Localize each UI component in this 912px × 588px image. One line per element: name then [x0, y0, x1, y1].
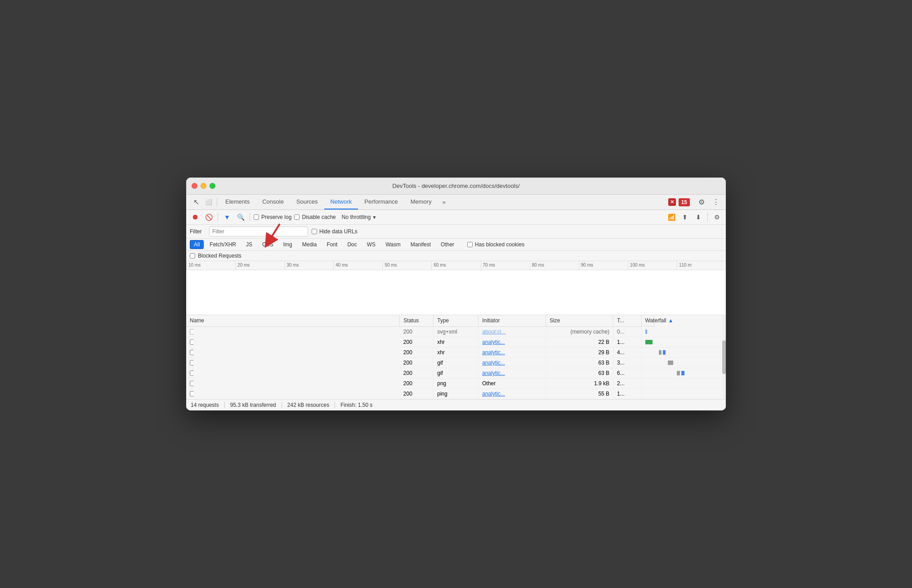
row4-checkbox[interactable] — [190, 370, 194, 376]
row6-type: ping — [434, 389, 478, 399]
tick-70ms: 70 ms — [481, 261, 530, 270]
table-scrollbar-thumb[interactable] — [722, 340, 726, 374]
type-filter-js[interactable]: JS — [242, 240, 256, 249]
row6-time: 1... — [613, 389, 641, 399]
table-row[interactable]: collect?v=1&_v=j90&a=1837457034&t=pa... … — [186, 337, 726, 347]
type-filter-font[interactable]: Font — [322, 240, 341, 249]
row1-size: 22 B — [546, 337, 613, 347]
tab-memory[interactable]: Memory — [404, 195, 438, 209]
minimize-button[interactable] — [201, 183, 206, 189]
disable-cache-checkbox[interactable]: Disable cache — [294, 214, 335, 220]
waterfall-bar — [645, 340, 653, 344]
sort-icon: ▲ — [668, 317, 673, 324]
filter-input[interactable] — [209, 227, 308, 236]
has-blocked-cookies-input[interactable] — [467, 242, 473, 247]
more-tabs-button[interactable]: » — [438, 195, 450, 209]
col-header-waterfall[interactable]: Waterfall ▲ — [642, 315, 654, 326]
type-filter-img[interactable]: Img — [279, 240, 296, 249]
preserve-log-checkbox[interactable]: Preserve log — [254, 214, 291, 220]
throttle-dropdown[interactable]: No throttling ▼ — [339, 213, 380, 222]
network-settings-icon[interactable]: ⚙ — [711, 212, 722, 223]
row6-checkbox[interactable] — [190, 391, 194, 396]
search-icon[interactable]: 🔍 — [235, 212, 246, 223]
row0-type: svg+xml — [434, 326, 478, 337]
waterfall-bar2 — [681, 371, 684, 375]
row5-checkbox[interactable] — [190, 381, 194, 386]
type-filter-ws[interactable]: WS — [363, 240, 380, 249]
upload-icon[interactable]: ⬆ — [680, 212, 690, 223]
blocked-requests-checkbox[interactable] — [190, 253, 195, 258]
cursor-tool-icon[interactable]: ↖ — [190, 196, 202, 208]
clear-button[interactable]: 🚫 — [203, 212, 214, 223]
type-filter-manifest[interactable]: Manifest — [407, 240, 435, 249]
row1-checkbox[interactable] — [190, 339, 194, 345]
table-row[interactable]: collect 200 ping analytic... 55 B 1... — [186, 389, 726, 399]
hide-data-urls-input[interactable] — [312, 229, 317, 234]
devtools-window: DevTools - developer.chrome.com/docs/dev… — [186, 178, 726, 410]
tab-performance[interactable]: Performance — [358, 195, 404, 209]
type-filter-doc[interactable]: Doc — [343, 240, 361, 249]
network-table: Name Status Type Initiator Size — [186, 315, 726, 399]
network-table-wrapper[interactable]: Name Status Type Initiator Size — [186, 315, 726, 399]
tick-30ms: 30 ms — [284, 261, 333, 270]
row4-time: 6... — [613, 368, 641, 379]
table-row[interactable]: collect?t=dc&aip=1&_r=3&v=1&_v=j90&tid..… — [186, 347, 726, 358]
download-icon[interactable]: ⬇ — [693, 212, 704, 223]
resources-size: 242 kB resources — [282, 402, 335, 408]
filter-icon[interactable]: ▼ — [222, 212, 232, 223]
col-header-size[interactable]: Size — [546, 315, 613, 326]
row0-size: (memory cache) — [546, 326, 613, 337]
disable-cache-input[interactable] — [294, 214, 300, 220]
row1-waterfall — [641, 337, 725, 347]
table-scrollbar[interactable] — [722, 315, 726, 399]
type-filters-container: All Fetch/XHR JS CSS Img Media Font Doc … — [186, 239, 726, 251]
type-filter-wasm[interactable]: Wasm — [381, 240, 405, 249]
window-title: DevTools - developer.chrome.com/docs/dev… — [392, 183, 519, 189]
type-filter-all[interactable]: All — [190, 240, 204, 249]
col-header-name[interactable]: Name — [186, 315, 400, 326]
maximize-button[interactable] — [210, 183, 215, 189]
requests-count: 14 requests — [191, 402, 225, 408]
inspect-icon[interactable]: ⬜ — [202, 196, 215, 208]
record-stop-button[interactable]: ⏺ — [190, 212, 201, 223]
traffic-lights — [192, 183, 215, 189]
row4-name: ga-audiences?t=sr&aip=1&_r=4&slf_rd=1&..… — [186, 368, 194, 379]
row2-checkbox[interactable] — [190, 350, 194, 355]
settings-icon[interactable]: ⚙ — [695, 196, 708, 208]
has-blocked-cookies-checkbox[interactable]: Has blocked cookies — [467, 241, 524, 248]
tab-sources[interactable]: Sources — [290, 195, 324, 209]
row0-initiator: about:cl... — [478, 326, 546, 337]
row3-checkbox[interactable] — [190, 360, 194, 365]
table-row[interactable]: ga-audiences?t=sr&aip=1&_r=4&slf_rd=1&..… — [186, 358, 726, 368]
type-filter-other[interactable]: Other — [437, 240, 458, 249]
col-header-initiator[interactable]: Initiator — [478, 315, 546, 326]
tab-console[interactable]: Console — [256, 195, 290, 209]
row4-status: 200 — [400, 368, 434, 379]
preserve-log-input[interactable] — [254, 214, 259, 220]
type-filter-css[interactable]: CSS — [258, 240, 277, 249]
type-filter-media[interactable]: Media — [298, 240, 321, 249]
row3-waterfall — [641, 358, 725, 368]
table-row[interactable]: favicon-32x32.png 200 png Other 1.9 kB 2… — [186, 379, 726, 389]
row3-time: 3... — [613, 358, 641, 368]
col-header-status[interactable]: Status — [400, 315, 434, 326]
tick-40ms: 40 ms — [333, 261, 382, 270]
table-row[interactable]: ▦ data:image/svg+xml;... 200 svg+xml abo… — [186, 326, 726, 337]
wifi-icon[interactable]: 📶 — [666, 212, 677, 223]
nt-sep1 — [218, 213, 218, 222]
row0-checkbox[interactable] — [190, 329, 194, 334]
tick-110ms: 110 m — [677, 261, 726, 270]
table-row[interactable]: ga-audiences?t=sr&aip=1&_r=4&slf_rd=1&..… — [186, 368, 726, 379]
type-filter-xhr[interactable]: Fetch/XHR — [206, 240, 240, 249]
row6-size: 55 B — [546, 389, 613, 399]
more-options-icon[interactable]: ⋮ — [710, 196, 722, 208]
col-header-time[interactable]: T... — [613, 315, 641, 326]
row6-initiator: analytic... — [478, 389, 546, 399]
error-x-badge: ✕ — [668, 198, 676, 206]
tab-network[interactable]: Network — [324, 195, 358, 209]
tab-elements[interactable]: Elements — [219, 195, 256, 209]
close-button[interactable] — [192, 183, 197, 189]
col-header-type[interactable]: Type — [434, 315, 478, 326]
hide-data-urls-checkbox[interactable]: Hide data URLs — [312, 228, 358, 235]
row3-status: 200 — [400, 358, 434, 368]
